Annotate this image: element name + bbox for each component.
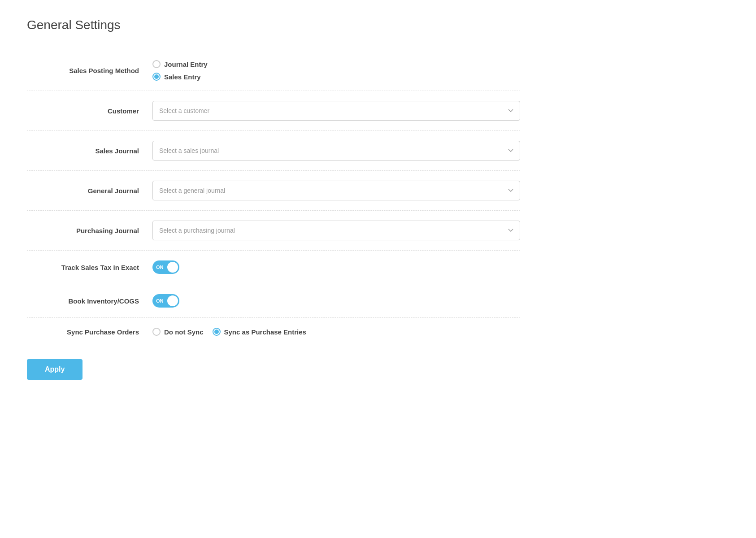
- track-sales-tax-toggle-container: ON: [152, 260, 179, 274]
- sales-posting-method-control: Journal Entry Sales Entry: [152, 60, 520, 81]
- sync-purchase-orders-control: Do not Sync Sync as Purchase Entries: [152, 328, 520, 336]
- sales-journal-row: Sales Journal Select a sales journal: [27, 131, 520, 171]
- customer-select[interactable]: Select a customer: [152, 101, 520, 121]
- sales-entry-radio[interactable]: [152, 73, 161, 81]
- journal-entry-option[interactable]: Journal Entry: [152, 60, 208, 68]
- sync-as-purchase-label: Sync as Purchase Entries: [224, 328, 306, 336]
- purchasing-journal-row: Purchasing Journal Select a purchasing j…: [27, 211, 520, 251]
- sync-purchase-orders-label: Sync Purchase Orders: [27, 328, 152, 336]
- settings-form: Sales Posting Method Journal Entry Sales…: [27, 50, 520, 346]
- track-sales-tax-control: ON: [152, 260, 520, 274]
- track-sales-tax-on-label: ON: [156, 265, 164, 270]
- book-inventory-toggle-container: ON: [152, 294, 179, 308]
- sales-posting-method-label: Sales Posting Method: [27, 67, 152, 74]
- sync-as-purchase-option[interactable]: Sync as Purchase Entries: [213, 328, 306, 336]
- page-title: General Settings: [27, 18, 729, 32]
- customer-label: Customer: [27, 107, 152, 115]
- sales-entry-label: Sales Entry: [164, 73, 201, 81]
- customer-control: Select a customer: [152, 101, 520, 121]
- sales-journal-select[interactable]: Select a sales journal: [152, 141, 520, 161]
- book-inventory-row: Book Inventory/COGS ON: [27, 284, 520, 318]
- general-journal-label: General Journal: [27, 187, 152, 195]
- purchasing-journal-label: Purchasing Journal: [27, 227, 152, 234]
- sales-entry-option[interactable]: Sales Entry: [152, 73, 208, 81]
- track-sales-tax-toggle[interactable]: ON: [152, 260, 179, 274]
- purchasing-journal-select[interactable]: Select a purchasing journal: [152, 221, 520, 240]
- page-container: General Settings Sales Posting Method Jo…: [0, 0, 756, 538]
- track-sales-tax-label: Track Sales Tax in Exact: [27, 264, 152, 271]
- journal-entry-radio[interactable]: [152, 60, 161, 68]
- sales-journal-control: Select a sales journal: [152, 141, 520, 161]
- journal-entry-label: Journal Entry: [164, 61, 208, 68]
- book-inventory-slider: ON: [152, 294, 179, 308]
- book-inventory-label: Book Inventory/COGS: [27, 297, 152, 305]
- customer-row: Customer Select a customer: [27, 91, 520, 131]
- book-inventory-on-label: ON: [156, 298, 164, 304]
- apply-button[interactable]: Apply: [27, 359, 83, 380]
- sync-purchase-orders-radio-group: Do not Sync Sync as Purchase Entries: [152, 328, 306, 336]
- track-sales-tax-row: Track Sales Tax in Exact ON: [27, 251, 520, 284]
- do-not-sync-option[interactable]: Do not Sync: [152, 328, 204, 336]
- track-sales-tax-slider: ON: [152, 260, 179, 274]
- do-not-sync-radio[interactable]: [152, 328, 161, 336]
- sales-posting-radio-group: Journal Entry Sales Entry: [152, 60, 208, 81]
- purchasing-journal-control: Select a purchasing journal: [152, 221, 520, 240]
- book-inventory-control: ON: [152, 294, 520, 308]
- sales-posting-method-row: Sales Posting Method Journal Entry Sales…: [27, 50, 520, 91]
- sales-journal-label: Sales Journal: [27, 147, 152, 155]
- general-journal-select[interactable]: Select a general journal: [152, 181, 520, 200]
- sync-purchase-orders-row: Sync Purchase Orders Do not Sync Sync as…: [27, 318, 520, 346]
- general-journal-control: Select a general journal: [152, 181, 520, 200]
- sync-as-purchase-radio[interactable]: [213, 328, 221, 336]
- book-inventory-toggle[interactable]: ON: [152, 294, 179, 308]
- do-not-sync-label: Do not Sync: [164, 328, 204, 336]
- general-journal-row: General Journal Select a general journal: [27, 171, 520, 211]
